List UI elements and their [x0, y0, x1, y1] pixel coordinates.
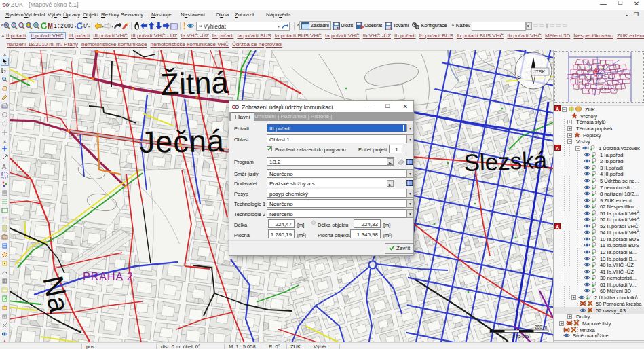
svg-text:1.: 1.	[594, 67, 600, 73]
svg-text:1 : 5 058: 1 : 5 058	[512, 334, 530, 339]
svg-text:Žitná: Žitná	[160, 65, 230, 101]
svg-text:?: ?	[3, 69, 6, 74]
svg-text:PRAHA 2: PRAHA 2	[83, 271, 134, 282]
svg-text:200 m: 200 m	[535, 325, 547, 329]
svg-text:Slezská: Slezská	[463, 147, 548, 176]
svg-text:JTSK: JTSK	[533, 69, 545, 74]
svg-text:S: S	[517, 73, 521, 80]
svg-text:Ječná: Ječná	[139, 124, 225, 160]
